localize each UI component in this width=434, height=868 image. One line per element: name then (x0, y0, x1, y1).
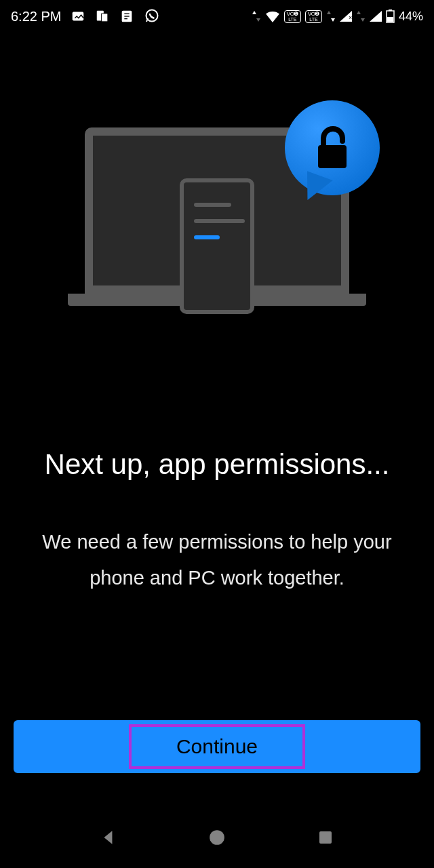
volte1-icon: VO❶LTE (284, 10, 301, 23)
image-icon (71, 9, 85, 24)
svg-rect-11 (389, 9, 392, 11)
svg-rect-12 (387, 17, 393, 22)
navigation-bar (0, 807, 434, 868)
continue-button-label: Continue (176, 735, 258, 758)
page-description: We need a few permissions to help your p… (34, 524, 400, 597)
signal1-icon: × (340, 11, 352, 22)
battery-icon (386, 9, 395, 23)
battery-percentage: 44% (399, 9, 423, 24)
svg-rect-13 (318, 145, 347, 168)
svg-point-14 (210, 830, 224, 845)
svg-rect-3 (102, 14, 108, 21)
nav-recent-button[interactable] (313, 825, 338, 850)
whatsapp-icon (144, 8, 160, 24)
document-icon (119, 9, 134, 24)
data-arrows3-icon (356, 11, 366, 22)
nav-back-button[interactable] (96, 825, 121, 850)
permissions-illustration (68, 100, 366, 344)
wifi-icon (265, 10, 280, 22)
lock-speech-bubble (285, 100, 380, 195)
nav-home-button[interactable] (205, 825, 229, 850)
status-bar: 6:22 PM VO❶LTE VO❷LTE × (0, 0, 434, 33)
svg-rect-15 (319, 831, 332, 844)
continue-button[interactable]: Continue (14, 720, 420, 773)
data-arrows2-icon (326, 11, 336, 22)
volte2-icon: VO❷LTE (305, 10, 322, 23)
status-time: 6:22 PM (11, 9, 61, 24)
page-title: Next up, app permissions... (34, 446, 400, 484)
status-left: 6:22 PM (11, 8, 160, 24)
screenshot-icon (95, 9, 110, 24)
content-section: Next up, app permissions... We need a fe… (0, 446, 434, 597)
status-right: VO❶LTE VO❷LTE × 44% (252, 9, 423, 24)
phone-graphic (180, 178, 254, 314)
svg-text:×: × (349, 14, 352, 21)
data-arrows-icon (252, 11, 261, 22)
signal2-icon (370, 11, 382, 22)
unlock-icon (314, 126, 351, 170)
